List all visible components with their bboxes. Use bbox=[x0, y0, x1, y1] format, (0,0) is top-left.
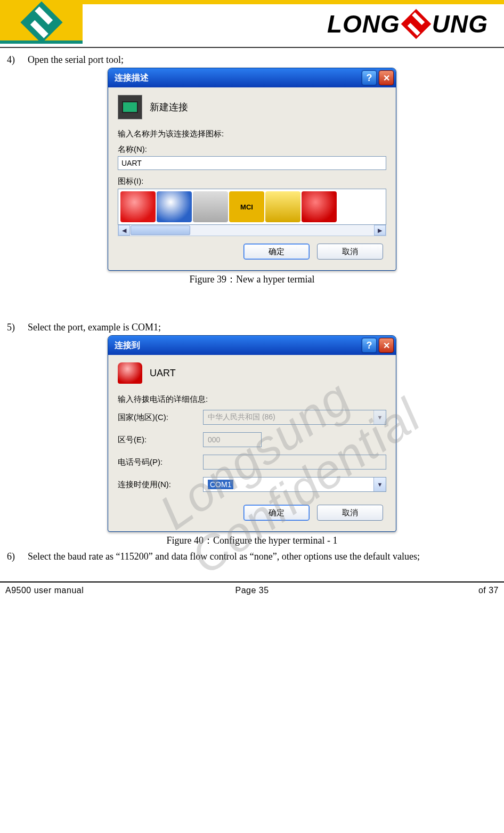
icon-strip-wrap: MCI ◀ ▶ bbox=[118, 189, 386, 236]
dialog1-body: 新建连接 输入名称并为该连接选择图标: 名称(N): 图标(I): MCI ◀ bbox=[108, 87, 396, 270]
document-header: LONG UNG bbox=[0, 4, 504, 44]
dialog-connection-description: 连接描述 ? ✕ 新建连接 输入名称并为该连接选择图标: 名称(N): 图标(I… bbox=[108, 68, 396, 271]
brand-text-long: LONG bbox=[327, 10, 400, 38]
name-input[interactable] bbox=[118, 156, 386, 170]
footer-right: of 37 bbox=[334, 586, 499, 595]
icon-field-label: 图标(I): bbox=[118, 176, 386, 187]
icon-option-phone[interactable] bbox=[120, 191, 156, 222]
dialog1-titlebar: 连接描述 ? ✕ bbox=[108, 68, 396, 87]
dialog2-body: UART 输入待拨电话的详细信息: 国家(地区)(C): 中华人民共和国 (86… bbox=[108, 355, 396, 531]
phone-label: 电话号码(P): bbox=[118, 457, 203, 467]
step-6-text: Select the baud rate as “115200” and dat… bbox=[28, 551, 499, 562]
ok-button[interactable]: 确定 bbox=[243, 244, 310, 260]
country-select: 中华人民共和国 (86) ▼ bbox=[203, 410, 386, 425]
icon-option-computer[interactable] bbox=[193, 191, 228, 222]
step-5-row: 5) Select the port, example is COM1; bbox=[5, 322, 499, 333]
uart-phone-icon bbox=[118, 362, 142, 384]
dropdown-arrow-icon[interactable]: ▼ bbox=[373, 478, 386, 491]
help-button-icon[interactable]: ? bbox=[362, 70, 377, 85]
icon-option-gear[interactable] bbox=[265, 191, 300, 222]
area-code-label: 区号(E): bbox=[118, 435, 203, 445]
help-button-icon[interactable]: ? bbox=[362, 338, 377, 353]
dialog1-title-text: 连接描述 bbox=[115, 72, 360, 84]
icon-option-umbrella[interactable] bbox=[302, 191, 337, 222]
dialog1-prompt: 输入名称并为该连接选择图标: bbox=[118, 129, 386, 139]
ok-button[interactable]: 确定 bbox=[243, 505, 310, 521]
scroll-right-button-icon[interactable]: ▶ bbox=[374, 225, 386, 236]
company-logo-icon bbox=[20, 1, 62, 43]
footer-rule bbox=[0, 581, 504, 583]
footer-mid: Page 35 bbox=[170, 586, 335, 595]
dialog1-button-row: 确定 取消 bbox=[118, 236, 386, 266]
icon-option-globe[interactable] bbox=[157, 191, 192, 222]
header-rule bbox=[0, 47, 504, 48]
step-5-number: 5) bbox=[5, 322, 15, 333]
page-content: 4) Open the serial port tool; 连接描述 ? ✕ 新… bbox=[0, 54, 504, 562]
brand-s-icon bbox=[401, 9, 431, 39]
figure-40-caption: Figure 40：Configure the hyper terminal -… bbox=[5, 534, 499, 547]
uart-header-row: UART bbox=[118, 362, 386, 384]
scroll-thumb[interactable] bbox=[131, 225, 190, 235]
new-connection-label: 新建连接 bbox=[150, 101, 188, 114]
new-connection-row: 新建连接 bbox=[118, 95, 386, 119]
footer-left: A9500 user manual bbox=[5, 586, 170, 595]
connect-form-grid: 国家(地区)(C): 中华人民共和国 (86) ▼ 区号(E): 电话号码(P)… bbox=[118, 410, 386, 492]
step-4-row: 4) Open the serial port tool; bbox=[5, 54, 499, 66]
name-field-label: 名称(N): bbox=[118, 144, 386, 155]
icon-selection-strip: MCI bbox=[118, 189, 386, 225]
uart-label: UART bbox=[150, 368, 176, 379]
page-footer: A9500 user manual Page 35 of 37 bbox=[0, 586, 504, 604]
country-label: 国家(地区)(C): bbox=[118, 413, 203, 423]
step-5-text: Select the port, example is COM1; bbox=[28, 322, 499, 333]
icon-scrollbar[interactable]: ◀ ▶ bbox=[118, 225, 386, 236]
dialog2-title-text: 连接到 bbox=[115, 340, 360, 351]
brand-block: LONG UNG bbox=[327, 4, 504, 44]
connect-using-selected: COM1 bbox=[208, 480, 233, 489]
scroll-track[interactable] bbox=[191, 225, 374, 236]
icon-option-mci[interactable]: MCI bbox=[229, 191, 264, 222]
dropdown-arrow-icon: ▼ bbox=[373, 410, 386, 424]
step-6-row: 6) Select the baud rate as “115200” and … bbox=[5, 551, 499, 562]
scroll-left-button-icon[interactable]: ◀ bbox=[118, 225, 130, 236]
cancel-button[interactable]: 取消 bbox=[317, 505, 383, 521]
dialog2-titlebar: 连接到 ? ✕ bbox=[108, 336, 396, 355]
close-button-icon[interactable]: ✕ bbox=[379, 338, 394, 353]
close-button-icon[interactable]: ✕ bbox=[379, 70, 394, 85]
brand-text-ung: UNG bbox=[432, 10, 488, 38]
phone-input bbox=[203, 455, 386, 470]
step-6-number: 6) bbox=[5, 551, 15, 562]
dialog-connect-to: 连接到 ? ✕ UART 输入待拨电话的详细信息: 国家(地区)(C): 中华人… bbox=[108, 335, 396, 532]
dialog2-button-row: 确定 取消 bbox=[118, 497, 386, 527]
country-select-value: 中华人民共和国 (86) bbox=[204, 413, 373, 422]
connect-using-label: 连接时使用(N): bbox=[118, 480, 203, 490]
header-spacer bbox=[83, 4, 327, 44]
connect-using-value: COM1 bbox=[204, 480, 373, 489]
figure-39-caption: Figure 39：New a hyper termial bbox=[5, 273, 499, 286]
header-top-stripe bbox=[0, 0, 504, 4]
step-4-number: 4) bbox=[5, 54, 15, 66]
company-logo-box bbox=[0, 4, 83, 44]
connect-using-select[interactable]: COM1 ▼ bbox=[203, 477, 386, 492]
cancel-button[interactable]: 取消 bbox=[317, 244, 383, 260]
new-connection-icon bbox=[118, 95, 142, 119]
dialog2-prompt: 输入待拨电话的详细信息: bbox=[118, 394, 386, 405]
area-code-input bbox=[203, 432, 262, 447]
step-4-text: Open the serial port tool; bbox=[28, 54, 499, 66]
